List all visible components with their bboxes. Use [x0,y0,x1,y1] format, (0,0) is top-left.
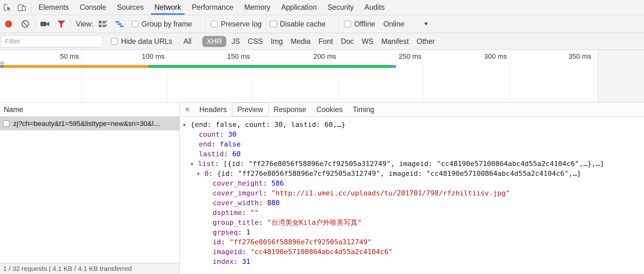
group-by-frame-toggle[interactable]: Group by frame [131,20,192,28]
filter-type-css[interactable]: CSS [245,36,265,47]
device-toolbar-button[interactable] [15,0,29,15]
clear-button[interactable] [21,20,30,28]
group-by-frame-checkbox[interactable] [131,21,138,27]
json-text: : [211,140,220,148]
detail-tab-response[interactable]: Response [269,103,312,116]
close-detail-button[interactable]: × [180,105,194,114]
clear-icon [21,20,30,28]
filter-type-xhr[interactable]: XHR [202,36,227,47]
inspect-element-button[interactable] [0,0,15,15]
json-tree-row[interactable]: imageid: "cc48190e57100864abc4d55a2c4104… [180,247,644,257]
group-by-frame-label: Group by frame [142,20,192,28]
inspect-cursor-icon [3,3,12,12]
json-key: dsptime [213,209,242,217]
tab-application[interactable]: Application [276,0,322,15]
filter-funnel-icon [57,20,65,28]
request-row-checkbox[interactable] [3,120,9,127]
filmstrip-button[interactable] [40,20,50,28]
large-rows-toggle[interactable] [99,20,107,28]
filter-type-other[interactable]: Other [414,36,438,47]
detail-tab-cookies[interactable]: Cookies [311,103,348,116]
disable-cache-toggle[interactable]: Disable cache [270,20,325,28]
timeline-gridline [81,50,82,102]
json-key: group_title [213,218,259,226]
show-overview-toggle[interactable] [115,20,124,28]
json-value: "http://i1.umei.cc/uploads/tu/201701/798… [271,189,510,197]
json-tree-row[interactable]: group_title: "台湾美女Kila户外唯美写真" [180,217,644,227]
detail-tab-timing[interactable]: Timing [348,103,379,116]
json-tree-row[interactable]: ▼0: {id: "ff276e8056f58896e7cf92505a3127… [180,169,644,178]
json-key: cover_imgurl [213,189,263,197]
preserve-log-checkbox[interactable] [211,21,218,27]
timeline-overview[interactable]: 50 ms100 ms150 ms200 ms250 ms300 ms350 m… [0,50,644,103]
main-tabs: ElementsConsoleSourcesNetworkPerformance… [33,0,390,15]
filter-button[interactable] [57,20,65,28]
filter-input[interactable] [1,35,103,47]
request-overview-bar[interactable] [0,65,396,68]
detail-tab-preview[interactable]: Preview [232,103,269,116]
filter-type-all[interactable]: All [180,36,194,47]
tab-elements[interactable]: Elements [33,0,74,15]
json-tree-row[interactable]: cover_width: 880 [180,198,644,208]
toolbar-divider [339,19,339,29]
json-tree-row[interactable]: dsptime: "" [180,208,644,217]
tab-performance[interactable]: Performance [186,0,239,15]
tab-audits[interactable]: Audits [359,0,390,15]
json-tree-row[interactable]: cover_height: 586 [180,178,644,188]
expand-arrow-icon[interactable]: ▼ [183,120,191,130]
json-key: list [198,160,215,168]
filter-type-media[interactable]: Media [288,36,313,47]
json-tree-row[interactable]: lastid: 60 [180,149,644,159]
json-value: 1 [246,228,250,236]
tab-console[interactable]: Console [74,0,112,15]
offline-toggle[interactable]: Offline [344,20,375,28]
preserve-log-toggle[interactable]: Preserve log [211,20,262,28]
json-tree-row[interactable]: grpseq: 1 [180,227,644,237]
json-text: : [238,228,246,236]
timeline-tick-label: 300 ms [484,52,507,61]
offline-checkbox[interactable] [344,21,351,27]
json-tree-row[interactable]: index: 31 [180,257,644,266]
filter-type-manifest[interactable]: Manifest [379,36,412,47]
tab-security[interactable]: Security [322,0,359,15]
timeline-tick-label: 250 ms [399,52,422,61]
detail-tab-headers[interactable]: Headers [194,103,232,116]
json-value: 30 [228,130,237,138]
devtools-window: ElementsConsoleSourcesNetworkPerformance… [0,0,644,274]
json-tree-row[interactable]: count: 30 [180,129,644,139]
disable-cache-checkbox[interactable] [270,21,277,27]
json-key: end [199,140,211,148]
expand-arrow-icon[interactable]: ▼ [191,159,198,169]
hide-data-urls-checkbox[interactable] [111,38,118,45]
json-text: : [224,150,232,158]
json-value: 31 [242,258,251,265]
filter-type-img[interactable]: Img [268,36,286,47]
hide-data-urls-label: Hide data URLs [121,37,172,46]
timeline-gridline [593,50,594,102]
tab-network[interactable]: Network [149,0,186,15]
filter-type-js[interactable]: JS [228,36,243,47]
throttling-dropdown[interactable]: Online ▼ [383,20,428,28]
json-tree-row[interactable]: cover_imgurl: "http://i1.umei.cc/uploads… [180,188,644,198]
filter-type-doc[interactable]: Doc [338,36,357,47]
json-tree-row[interactable]: id: "ff276e8056f58896e7cf92505a312749" [180,237,644,247]
tab-memory[interactable]: Memory [239,0,276,15]
expand-arrow-icon[interactable]: ▼ [197,169,204,179]
request-list-empty-area [0,130,179,263]
toolbar-divider [35,19,35,29]
json-text: : [221,238,230,246]
record-button[interactable] [5,21,12,27]
json-tree-row[interactable]: end: false [180,139,644,149]
json-tree-row[interactable]: ▼list: [{id: "ff276e8056f58896e7cf92505a… [180,159,644,169]
chevron-down-icon: ▼ [423,21,429,27]
filter-type-ws[interactable]: WS [359,36,376,47]
devtools-tabbar: ElementsConsoleSourcesNetworkPerformance… [0,0,644,15]
name-column-header[interactable]: Name [0,103,179,117]
filter-type-font[interactable]: Font [316,36,336,47]
hide-data-urls-toggle[interactable]: Hide data URLs [111,37,172,46]
toolbar-divider [205,19,206,29]
json-tree-row[interactable]: ▼{end: false, count: 30, lastid: 60,…} [180,120,644,129]
tab-sources[interactable]: Sources [112,0,149,15]
request-row[interactable]: zj?ch=beauty&t1=595&listtype=new&sn=30&l… [0,117,179,130]
timeline-tick-label: 150 ms [227,52,250,61]
